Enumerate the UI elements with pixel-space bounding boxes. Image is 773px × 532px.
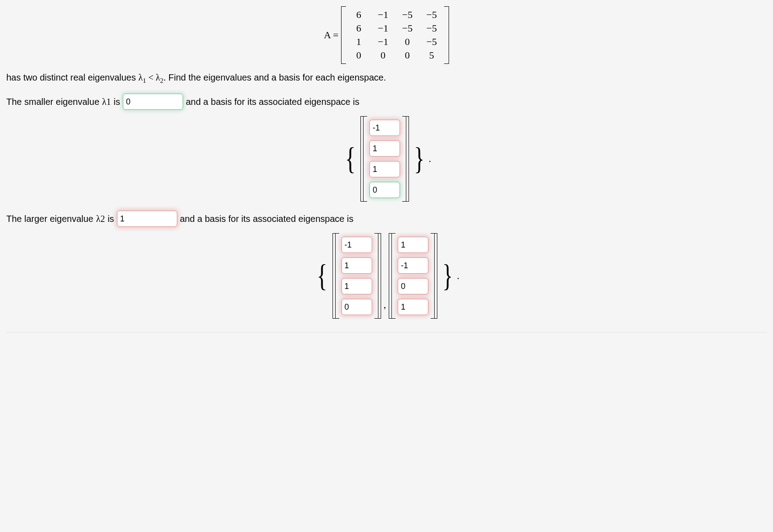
basis-1-vector-1 [360, 116, 409, 202]
basis2-v1-e3-input[interactable] [342, 278, 372, 294]
subscript: 2 [100, 214, 105, 224]
text: The smaller eigenvalue [6, 97, 99, 107]
text: . Find the eigenvalues and a basis for e… [163, 72, 386, 82]
text: is [113, 97, 120, 107]
lambda-symbol: λ [139, 72, 143, 82]
basis2-v2-e3-input[interactable] [398, 278, 428, 294]
matrix-table: 6−1−5−5 6−1−5−5 1−10−5 0005 [346, 8, 444, 62]
matrix-cell: 1 [346, 35, 371, 49]
period: . [429, 153, 431, 165]
eigenvalue-2-input[interactable] [117, 211, 177, 227]
basis-2: { , } . [6, 233, 767, 319]
matrix-cell: −1 [371, 22, 395, 35]
basis2-v1-e1-input[interactable] [342, 237, 372, 253]
basis2-v1-e4-input[interactable] [342, 299, 372, 315]
matrix-cell: −5 [395, 8, 419, 22]
right-brace-icon: } [413, 143, 425, 175]
right-brace-icon: } [442, 260, 454, 292]
basis2-v2-e1-input[interactable] [398, 237, 428, 253]
matrix-cell: 0 [346, 49, 371, 62]
basis-2-vector-2 [389, 233, 437, 319]
matrix-cell: −5 [419, 35, 444, 49]
text: and a basis for its associated eigenspac… [186, 97, 360, 107]
basis2-v1-e2-input[interactable] [342, 257, 372, 274]
text: and a basis for its associated eigenspac… [180, 214, 354, 224]
problem-page: A = 6−1−5−5 6−1−5−5 1−10−5 0005 has two … [0, 0, 773, 346]
question-1-row: The smaller eigenvalue λ1 is and a basis… [6, 94, 767, 110]
subscript: 1 [143, 77, 146, 84]
less-than: < [146, 72, 156, 82]
eigenvalue-1-input[interactable] [123, 94, 183, 110]
matrix-lhs: A = [324, 29, 339, 41]
matrix-cell: 6 [346, 8, 371, 22]
basis-2-vector-1 [333, 233, 381, 319]
lambda-symbol: λ [156, 72, 160, 82]
comma-separator: , [383, 299, 387, 319]
matrix-cell: 5 [419, 49, 444, 62]
matrix-cell: 0 [395, 49, 419, 62]
text: is [108, 214, 114, 224]
basis1-v1-e4-input[interactable] [369, 182, 400, 198]
left-brace-icon: { [344, 143, 356, 175]
matrix-cell: −5 [419, 8, 444, 22]
period: . [457, 270, 460, 282]
left-brace-icon: { [316, 260, 328, 292]
matrix-cell: 6 [346, 22, 371, 35]
matrix-cell: −1 [371, 35, 395, 49]
divider [6, 332, 767, 333]
basis1-v1-e1-input[interactable] [369, 120, 400, 136]
matrix-cell: 0 [395, 35, 419, 49]
matrix-equation: A = 6−1−5−5 6−1−5−5 1−10−5 0005 [6, 6, 767, 64]
problem-statement: has two distinct real eigenvalues λ1 < λ… [6, 71, 767, 86]
lambda-symbol: λ [96, 214, 100, 224]
basis1-v1-e3-input[interactable] [369, 161, 400, 177]
matrix-cell: −5 [419, 22, 444, 35]
basis1-v1-e2-input[interactable] [369, 140, 400, 157]
question-2-row: The larger eigenvalue λ2 is and a basis … [6, 211, 767, 227]
matrix-cell: −1 [371, 8, 395, 22]
text: The larger eigenvalue [6, 214, 93, 224]
text: has two distinct real eigenvalues [6, 72, 139, 82]
basis-1: { } . [6, 116, 767, 202]
subscript: 1 [106, 97, 111, 107]
basis2-v2-e4-input[interactable] [398, 299, 428, 315]
basis2-v2-e2-input[interactable] [398, 257, 428, 274]
matrix-A: 6−1−5−5 6−1−5−5 1−10−5 0005 [341, 6, 449, 64]
matrix-cell: −5 [395, 22, 419, 35]
matrix-cell: 0 [371, 49, 395, 62]
